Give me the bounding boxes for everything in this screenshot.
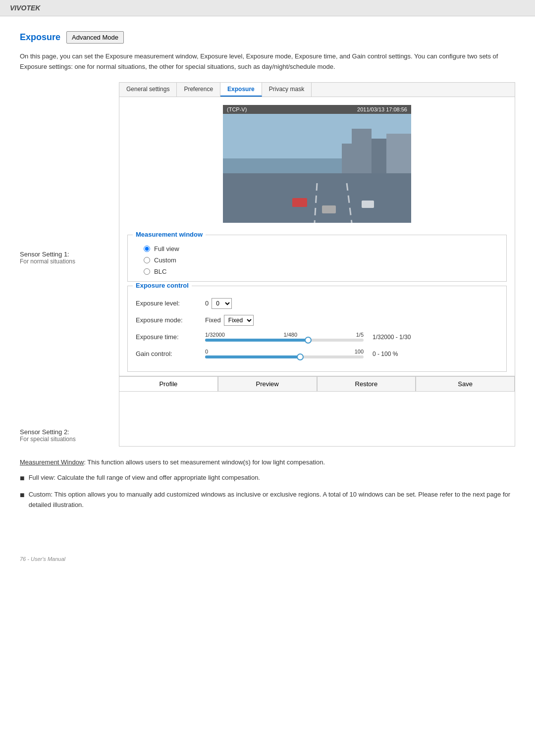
radio-blc-label: BLC [154, 268, 166, 275]
mw-description: Measurement Window: This function allows… [20, 458, 515, 466]
right-panel: General settings Preference Exposure Pri… [119, 82, 515, 447]
tab-preference[interactable]: Preference [177, 83, 220, 97]
radio-full-view-label: Full view [154, 245, 179, 252]
svg-rect-6 [342, 144, 354, 173]
tabs-bar: General settings Preference Exposure Pri… [119, 83, 515, 97]
bullet-item-full-view: ■ Full view: Calculate the full range of… [20, 473, 515, 484]
gain-slider-container: 0 100 [205, 349, 364, 359]
svg-rect-9 [292, 198, 307, 207]
exposure-control-title: Exposure control [133, 282, 192, 289]
bullet-item-custom: ■ Custom: This option allows you to manu… [20, 490, 515, 510]
bullet-list: ■ Full view: Calculate the full range of… [20, 473, 515, 510]
camera-scene-svg [223, 114, 411, 223]
gain-min: 0 [205, 349, 208, 354]
save-button[interactable]: Save [416, 376, 515, 392]
gain-max: 100 [355, 349, 364, 354]
exposure-time-max: 1/5 [356, 332, 364, 338]
exposure-level-number: 0 [205, 300, 209, 307]
svg-rect-4 [372, 139, 386, 173]
bullet-icon-1: ■ [20, 473, 25, 484]
main-content: Exposure Advanced Mode On this page, you… [0, 16, 535, 531]
svg-rect-10 [322, 205, 336, 213]
exposure-level-row: Exposure level: 0 0 1 -1 [136, 298, 498, 309]
gain-range: 0 - 100 % [373, 351, 398, 357]
exposure-time-range: 1/32000 - 1/30 [373, 334, 411, 341]
gain-fill [205, 355, 300, 358]
exposure-time-mid: 1/480 [283, 332, 297, 338]
exposure-time-track [205, 339, 364, 342]
exposure-mode-text: Fixed [205, 316, 221, 324]
sensor-setting-1-label: Sensor Setting 1: For normal situations [20, 251, 119, 265]
svg-rect-11 [362, 201, 374, 208]
exposure-time-label: Exposure time: [136, 333, 205, 341]
exposure-time-thumb [305, 337, 312, 344]
exposure-time-slider-labels: 1/32000 1/480 1/5 [205, 332, 364, 338]
profile-button[interactable]: Profile [119, 376, 218, 392]
gain-control-row: Gain control: 0 100 0 - 1 [136, 349, 498, 359]
camera-preview: (TCP-V) 2011/03/13 17:08:56 [223, 105, 411, 223]
exposure-time-fill [205, 339, 308, 342]
radio-blc-input[interactable] [144, 268, 150, 275]
exposure-mode-row: Exposure mode: Fixed Fixed Auto [136, 315, 498, 326]
measurement-window-section: Measurement window Full view Custom BLC [127, 235, 507, 282]
header: VIVOTEK [0, 0, 535, 16]
left-labels: Sensor Setting 1: For normal situations … [20, 82, 119, 447]
sensor2-subtitle: For special situations [20, 436, 119, 443]
camera-protocol: (TCP-V) [227, 106, 247, 112]
exposure-control-section: Exposure control Exposure level: 0 0 1 -… [127, 286, 507, 372]
footer-text: 76 - User's Manual [20, 556, 65, 562]
brand-logo: VIVOTEK [10, 4, 40, 12]
sensor-setting-2-label: Sensor Setting 2: For special situations [20, 428, 119, 443]
exposure-mode-select[interactable]: Fixed Auto [224, 315, 254, 326]
exposure-mode-label: Exposure mode: [136, 316, 205, 324]
action-buttons-row: Profile Preview Restore Save [119, 376, 515, 392]
exposure-level-value: 0 0 1 -1 [205, 298, 232, 309]
exposure-level-label: Exposure level: [136, 300, 205, 307]
title-row: Exposure Advanced Mode [20, 31, 515, 44]
exposure-mode-value: Fixed Fixed Auto [205, 315, 254, 326]
gain-slider-labels: 0 100 [205, 349, 364, 354]
radio-custom[interactable]: Custom [144, 256, 498, 264]
radio-custom-label: Custom [154, 256, 176, 264]
svg-rect-2 [223, 173, 411, 223]
tab-exposure[interactable]: Exposure [220, 83, 262, 97]
footer: 76 - User's Manual [0, 551, 535, 567]
measurement-window-title: Measurement window [133, 231, 206, 238]
exposure-time-slider-container: 1/32000 1/480 1/5 [205, 332, 364, 343]
camera-header: (TCP-V) 2011/03/13 17:08:56 [223, 105, 411, 114]
mw-desc: : This function allows users to set meas… [84, 458, 325, 466]
exposure-time-min: 1/32000 [205, 332, 225, 338]
camera-image [223, 114, 411, 223]
gain-control-label: Gain control: [136, 350, 205, 357]
radio-full-view[interactable]: Full view [144, 245, 498, 252]
tab-privacy-mask[interactable]: Privacy mask [262, 83, 312, 97]
camera-timestamp: 2011/03/13 17:08:56 [357, 106, 407, 112]
tab-general-settings[interactable]: General settings [119, 83, 177, 97]
main-layout: Sensor Setting 1: For normal situations … [20, 82, 515, 447]
page-title: Exposure [20, 32, 60, 43]
gain-thumb [297, 353, 304, 360]
advanced-mode-button[interactable]: Advanced Mode [66, 31, 124, 44]
sensor1-subtitle: For normal situations [20, 258, 119, 265]
exposure-time-row: Exposure time: 1/32000 1/480 1/5 [136, 332, 498, 343]
radio-full-view-input[interactable] [144, 246, 150, 252]
restore-button[interactable]: Restore [317, 376, 416, 392]
radio-custom-input[interactable] [144, 257, 150, 263]
mw-title: Measurement Window [20, 458, 84, 466]
radio-blc[interactable]: BLC [144, 268, 498, 275]
bullet-text-custom: Custom: This option allows you to manual… [29, 490, 515, 510]
sensor1-title: Sensor Setting 1: [20, 251, 119, 258]
description-text: On this page, you can set the Exposure m… [20, 51, 515, 72]
measurement-radio-group: Full view Custom BLC [136, 245, 498, 275]
svg-rect-5 [386, 134, 411, 173]
preview-button[interactable]: Preview [218, 376, 317, 392]
camera-area: (TCP-V) 2011/03/13 17:08:56 [119, 97, 515, 231]
bullet-icon-2: ■ [20, 490, 25, 510]
sensor2-title: Sensor Setting 2: [20, 428, 119, 436]
bottom-text: Measurement Window: This function allows… [20, 458, 515, 510]
bullet-text-full-view: Full view: Calculate the full range of v… [29, 473, 260, 484]
gain-track [205, 355, 364, 358]
exposure-level-select[interactable]: 0 1 -1 [212, 298, 232, 309]
svg-rect-3 [352, 129, 372, 173]
